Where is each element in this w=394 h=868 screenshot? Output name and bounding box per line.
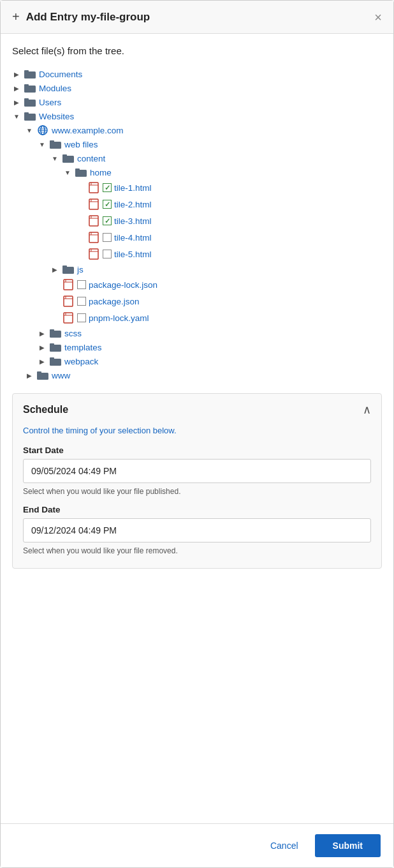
tree-node-tile-1[interactable]: tile-1.html (12, 180, 382, 195)
tree-label: js (77, 265, 84, 274)
header-left: + Add Entry my-file-group (12, 10, 150, 24)
tree-label: Websites (39, 112, 74, 121)
folder-icon (49, 139, 62, 149)
checkbox-icon[interactable] (103, 250, 112, 258)
tree-label: tile-3.html (114, 216, 152, 226)
list-item: content (12, 152, 382, 165)
svg-rect-19 (89, 183, 98, 193)
checkbox-icon[interactable] (77, 280, 86, 289)
checkbox-icon[interactable] (77, 313, 86, 322)
instruction-text: Select file(s) from the tree. (12, 45, 382, 56)
folder-icon (49, 356, 62, 366)
checkbox-icon[interactable] (103, 200, 112, 209)
svg-rect-52 (37, 371, 41, 374)
svg-rect-3 (24, 84, 29, 87)
svg-rect-28 (89, 232, 98, 243)
tree-node-modules[interactable]: Modules (12, 82, 382, 94)
dialog-title: Add Entry my-file-group (26, 11, 150, 24)
tree-node-tile-2[interactable]: tile-2.html (12, 197, 382, 212)
tree-node-websites[interactable]: Websites (12, 110, 382, 123)
list-item: Users (12, 96, 382, 108)
file-icon (62, 295, 75, 308)
checkbox-icon[interactable] (103, 183, 112, 192)
folder-icon (24, 83, 36, 93)
tree-node-js[interactable]: js (12, 263, 382, 276)
folder-icon (24, 111, 36, 121)
dialog-body: Select file(s) from the tree. Documents (1, 34, 393, 823)
arrow-icon (38, 141, 47, 148)
svg-rect-1 (24, 70, 29, 73)
checkbox-icon[interactable] (77, 297, 86, 306)
svg-rect-46 (50, 329, 54, 332)
tree-node-home[interactable]: home (12, 166, 382, 179)
tree-node-www[interactable]: www (12, 369, 382, 382)
schedule-section: Schedule Control the timing of your sele… (12, 393, 382, 569)
checkbox-icon[interactable] (103, 216, 112, 225)
list-item: Modules (12, 82, 382, 94)
tree-label: webpack (64, 357, 98, 366)
list-item: templates (12, 341, 382, 354)
arrow-icon (50, 155, 59, 162)
tree-node-package-json[interactable]: package.json (12, 294, 382, 309)
list-item: tile-4.html (12, 230, 382, 245)
list-item: tile-5.html (12, 246, 382, 262)
dialog: + Add Entry my-file-group × Select file(… (0, 0, 394, 868)
svg-rect-36 (64, 280, 73, 290)
list-item: Websites (12, 110, 382, 123)
arrow-icon (38, 344, 47, 351)
tree-label: tile-4.html (114, 233, 152, 243)
list-item: home (12, 166, 382, 179)
list-item: www (12, 369, 382, 382)
checkbox-icon[interactable] (103, 233, 112, 242)
svg-rect-48 (50, 343, 54, 346)
arrow-icon (12, 113, 21, 120)
tree-node-templates[interactable]: templates (12, 341, 382, 354)
tree-node-tile-5[interactable]: tile-5.html (12, 246, 382, 262)
globe-icon (36, 125, 49, 135)
list-item: package.json (12, 294, 382, 309)
tree-node-documents[interactable]: Documents (12, 68, 382, 80)
list-item: www.example.com (12, 124, 382, 137)
tree-node-users[interactable]: Users (12, 96, 382, 108)
list-item: Documents (12, 68, 382, 80)
tree-node-scss[interactable]: scss (12, 327, 382, 340)
tree-node-tile-3[interactable]: tile-3.html (12, 213, 382, 228)
list-item: package-lock.json (12, 277, 382, 292)
tree-node-webpack[interactable]: webpack (12, 355, 382, 368)
tree-node-pnpm-lock[interactable]: pnpm-lock.yaml (12, 310, 382, 326)
file-icon (62, 278, 75, 291)
file-tree: Documents Modules (12, 68, 382, 382)
schedule-title: Schedule (23, 404, 68, 415)
folder-icon (62, 153, 75, 163)
tree-label: package-lock.json (89, 280, 157, 290)
submit-button[interactable]: Submit (315, 834, 381, 857)
end-date-hint: Select when you would like your file rem… (23, 546, 371, 555)
tree-label: Modules (39, 84, 71, 93)
arrow-icon (12, 99, 21, 106)
cancel-button[interactable]: Cancel (263, 835, 306, 856)
arrow-icon (50, 266, 59, 273)
tree-label: www.example.com (52, 126, 124, 135)
schedule-description: Control the timing of your selection bel… (23, 426, 371, 435)
arrow-icon (25, 127, 34, 134)
svg-rect-18 (75, 168, 80, 171)
tree-node-content[interactable]: content (12, 152, 382, 165)
schedule-body: Control the timing of your selection bel… (13, 426, 381, 568)
end-date-input[interactable] (23, 518, 371, 542)
arrow-icon (38, 330, 47, 337)
svg-rect-5 (24, 98, 29, 101)
tree-label: tile-2.html (114, 200, 152, 209)
tree-node-www-example[interactable]: www.example.com (12, 124, 382, 137)
tree-node-package-lock[interactable]: package-lock.json (12, 277, 382, 292)
tree-node-web-files[interactable]: web files (12, 138, 382, 151)
tree-label: web files (64, 140, 98, 149)
tree-node-tile-4[interactable]: tile-4.html (12, 230, 382, 245)
start-date-input[interactable] (23, 459, 371, 483)
tree-label: scss (64, 329, 82, 338)
arrow-icon (38, 358, 47, 365)
list-item: tile-2.html (12, 197, 382, 212)
list-item: tile-1.html (12, 180, 382, 195)
close-button[interactable]: × (374, 11, 382, 24)
schedule-header[interactable]: Schedule (13, 394, 381, 426)
arrow-icon (12, 85, 21, 92)
